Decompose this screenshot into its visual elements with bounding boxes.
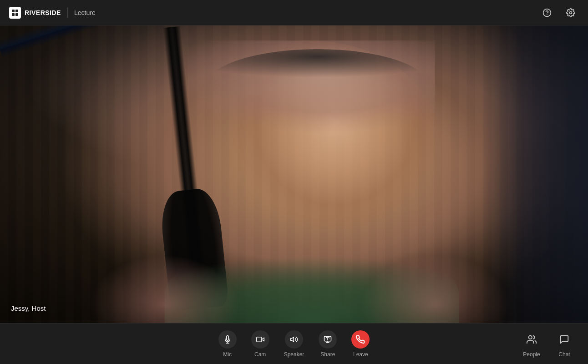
svg-marker-11 xyxy=(290,337,294,342)
logo: RIVERSIDE xyxy=(9,7,61,19)
speaker-icon xyxy=(290,335,298,344)
speaker-button[interactable]: Speaker xyxy=(279,327,310,361)
share-screen-icon xyxy=(324,335,332,344)
mic-button[interactable]: Mic xyxy=(213,327,242,361)
video-container: Jessy, Host xyxy=(0,25,588,323)
help-icon xyxy=(542,8,552,17)
svg-rect-10 xyxy=(256,337,261,342)
topbar-divider xyxy=(67,8,68,18)
bottombar: Mic Cam Speaker xyxy=(0,323,588,364)
svg-rect-2 xyxy=(12,13,15,16)
speaker-icon-bg xyxy=(285,330,303,349)
topbar: RIVERSIDE Lecture xyxy=(0,0,588,25)
leave-icon-bg xyxy=(351,330,370,349)
people-button[interactable]: People xyxy=(517,327,546,361)
share-button[interactable]: Share xyxy=(313,327,342,361)
share-icon-bg xyxy=(319,330,337,349)
gear-icon xyxy=(566,8,575,17)
share-label: Share xyxy=(320,351,335,358)
svg-point-16 xyxy=(529,335,532,339)
vignette-layer xyxy=(0,25,588,323)
cam-icon-bg xyxy=(251,330,269,349)
chat-icon xyxy=(559,334,569,344)
leave-label: Leave xyxy=(353,351,368,358)
topbar-right xyxy=(539,5,579,21)
cam-label: Cam xyxy=(254,351,266,358)
logo-icon xyxy=(9,7,21,19)
session-title: Lecture xyxy=(74,9,96,16)
cam-button[interactable]: Cam xyxy=(246,327,275,361)
leave-button[interactable]: Leave xyxy=(346,327,375,361)
settings-button[interactable] xyxy=(563,5,579,21)
chat-icon-container xyxy=(555,330,573,349)
chat-label: Chat xyxy=(558,351,570,358)
help-button[interactable] xyxy=(539,5,555,21)
mic-label: Mic xyxy=(223,351,232,358)
svg-rect-3 xyxy=(15,13,18,16)
participant-label: Jessy, Host xyxy=(11,304,46,312)
logo-text: RIVERSIDE xyxy=(25,9,61,16)
svg-marker-9 xyxy=(262,338,264,341)
phone-end-icon xyxy=(356,335,365,344)
bottombar-right: People Chat xyxy=(506,327,579,361)
people-icon-container xyxy=(522,330,541,349)
speaker-label: Speaker xyxy=(284,351,304,358)
svg-rect-1 xyxy=(15,10,18,12)
controls-center: Mic Cam Speaker xyxy=(213,327,375,361)
mic-icon-bg xyxy=(218,330,237,349)
main-content: Jessy, Host xyxy=(0,25,588,323)
cam-icon xyxy=(256,335,264,344)
chat-button[interactable]: Chat xyxy=(550,327,579,361)
mic-icon xyxy=(223,335,232,344)
people-icon xyxy=(527,334,537,344)
svg-point-6 xyxy=(570,11,572,14)
topbar-left: RIVERSIDE Lecture xyxy=(9,7,96,19)
people-label: People xyxy=(523,351,540,358)
svg-rect-0 xyxy=(12,10,15,12)
